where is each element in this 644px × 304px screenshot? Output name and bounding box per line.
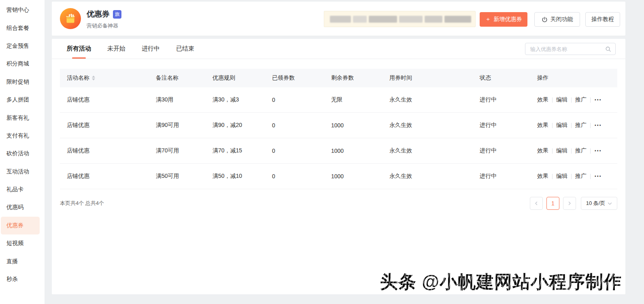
coupon-app-icon <box>60 8 81 29</box>
cell-remaining-count: 无限 <box>331 96 389 103</box>
sidebar-item-marketing-center[interactable]: 营销中心 <box>0 1 45 19</box>
effect-link[interactable]: 效果 <box>537 147 548 154</box>
cell-activity-name: 店铺优惠 <box>60 122 156 129</box>
cell-note-name: 满90可用 <box>156 122 213 129</box>
cell-remaining-count: 1000 <box>331 173 389 179</box>
sidebar-item-bargain-activity[interactable]: 砍价活动 <box>0 145 45 163</box>
tab-not-started[interactable]: 未开始 <box>107 39 125 59</box>
sidebar-item-new-customer-gift[interactable]: 新客有礼 <box>0 109 45 127</box>
sidebar-item-label: 短视频 <box>6 240 23 247</box>
cell-activity-name: 店铺优惠 <box>60 96 156 103</box>
page-header: 优惠券 旗 营销必备神器 ＋ 新增优惠券 关闭功能 操作教程 <box>52 2 625 36</box>
page-summary: 本页共4个 总共4个 <box>60 200 104 207</box>
pagination: 1 10 条/页 <box>530 197 617 210</box>
add-coupon-label: 新增优惠券 <box>494 16 522 23</box>
sidebar-item-label: 多人拼团 <box>6 96 29 103</box>
column-note-name: 备注名称 <box>156 74 213 82</box>
chevron-down-icon <box>608 201 612 206</box>
sidebar-item-label: 新客有礼 <box>6 114 29 122</box>
coupon-table: 活动名称 备注名称 优惠规则 已领券数 剩余券数 用券时间 状态 操作 店铺优惠… <box>60 69 617 189</box>
cell-remaining-count: 1000 <box>331 122 389 129</box>
sidebar-item-short-video[interactable]: 短视频 <box>0 234 45 252</box>
effect-link[interactable]: 效果 <box>537 173 548 180</box>
tab-in-progress[interactable]: 进行中 <box>142 39 160 59</box>
column-remaining-count: 剩余券数 <box>331 74 389 82</box>
search-input[interactable] <box>525 46 605 52</box>
sidebar-item-live-stream[interactable]: 直播 <box>0 252 45 270</box>
effect-link[interactable]: 效果 <box>537 96 548 103</box>
chevron-left-icon <box>534 201 538 205</box>
more-actions-icon[interactable]: ⋯ <box>594 98 601 102</box>
more-actions-icon[interactable]: ⋯ <box>594 123 601 127</box>
cell-note-name: 满50可用 <box>156 173 213 180</box>
redacted-text <box>330 16 351 23</box>
sidebar-item-coupon-code[interactable]: 优惠码 <box>0 198 45 216</box>
cell-note-name: 满70可用 <box>156 147 213 154</box>
edit-link[interactable]: 编辑 <box>556 173 567 180</box>
promote-link[interactable]: 推广 <box>575 122 587 129</box>
sidebar-item-flash-sale[interactable]: 秒杀 <box>0 270 45 288</box>
cell-activity-name: 店铺优惠 <box>60 173 156 180</box>
edit-link[interactable]: 编辑 <box>556 96 567 103</box>
sidebar-item-gift-card[interactable]: 礼品卡 <box>0 181 45 198</box>
sidebar-item-group-buying[interactable]: 多人拼团 <box>0 91 45 109</box>
watermark-text: 头条 @小帆建网站小程序制作 <box>380 270 622 294</box>
redacted-text <box>353 16 367 23</box>
promote-link[interactable]: 推广 <box>575 173 587 180</box>
sidebar-item-label: 秒杀 <box>6 276 18 283</box>
gift-box-icon <box>64 12 77 25</box>
sidebar-item-flash-promotion[interactable]: 限时促销 <box>0 73 45 91</box>
sidebar-item-deposit-presale[interactable]: 定金预售 <box>0 37 45 55</box>
page-size-select[interactable]: 10 条/页 <box>581 197 617 210</box>
cell-usage-time: 永久生效 <box>389 173 480 180</box>
prev-page-button[interactable] <box>530 197 543 210</box>
page-title: 优惠券 <box>87 9 110 19</box>
chevron-right-icon <box>567 201 572 205</box>
sidebar-item-label: 限时促销 <box>6 78 29 86</box>
close-feature-button[interactable]: 关闭功能 <box>534 12 580 27</box>
edit-link[interactable]: 编辑 <box>556 122 567 129</box>
sidebar-item-interactive-activity[interactable]: 互动活动 <box>0 163 45 181</box>
coupon-list-panel: 所有活动 未开始 进行中 已结束 活动名称 备注名称 优惠规则 <box>52 39 625 294</box>
sidebar-item-coupon[interactable]: 优惠券 <box>1 217 40 234</box>
cell-note-name: 满30用 <box>156 96 213 103</box>
tutorial-button[interactable]: 操作教程 <box>585 12 620 27</box>
next-page-button[interactable] <box>563 197 576 210</box>
table-header-row: 活动名称 备注名称 优惠规则 已领券数 剩余券数 用券时间 状态 操作 <box>60 69 617 87</box>
cell-usage-time: 永久生效 <box>389 147 480 154</box>
tab-all-activities[interactable]: 所有活动 <box>67 39 91 59</box>
sidebar-item-points-mall[interactable]: 积分商城 <box>0 55 45 73</box>
cell-usage-time: 永久生效 <box>389 122 480 129</box>
cell-status: 进行中 <box>480 96 537 103</box>
search-icon[interactable] <box>605 46 611 52</box>
redacted-text <box>444 16 471 23</box>
add-coupon-button[interactable]: ＋ 新增优惠券 <box>480 12 527 27</box>
sort-icon[interactable] <box>92 76 95 80</box>
cell-discount-rule: 满90，减20 <box>213 122 272 129</box>
tutorial-label: 操作教程 <box>591 16 614 23</box>
sidebar-item-payment-gift[interactable]: 支付有礼 <box>0 127 45 145</box>
edit-link[interactable]: 编辑 <box>556 147 567 154</box>
sidebar: 营销中心 组合套餐 定金预售 积分商城 限时促销 多人拼团 新客有礼 支付有礼 … <box>0 0 45 304</box>
cell-claimed-count: 0 <box>272 173 331 179</box>
tab-label: 所有活动 <box>67 45 91 53</box>
cell-status: 进行中 <box>480 147 537 154</box>
more-actions-icon[interactable]: ⋯ <box>594 149 601 153</box>
effect-link[interactable]: 效果 <box>537 122 548 129</box>
table-row: 店铺优惠 满30用 满30，减3 0 无限 永久生效 进行中 效果 编辑 推广 … <box>60 87 617 113</box>
sidebar-item-label: 砍价活动 <box>6 150 29 157</box>
page-subtitle: 营销必备神器 <box>87 22 121 30</box>
more-actions-icon[interactable]: ⋯ <box>594 174 601 178</box>
sidebar-item-label: 积分商城 <box>6 60 29 68</box>
column-status: 状态 <box>480 74 537 82</box>
sidebar-item-label: 礼品卡 <box>6 186 23 193</box>
page-number-button[interactable]: 1 <box>546 197 559 210</box>
tab-ended[interactable]: 已结束 <box>176 39 194 59</box>
sidebar-item-label: 优惠码 <box>6 204 23 211</box>
tab-label: 未开始 <box>107 45 125 53</box>
flag-badge: 旗 <box>113 10 121 19</box>
promote-link[interactable]: 推广 <box>575 96 587 103</box>
promote-link[interactable]: 推广 <box>575 147 587 154</box>
coupon-search <box>525 43 616 55</box>
sidebar-item-combo-package[interactable]: 组合套餐 <box>0 19 45 37</box>
